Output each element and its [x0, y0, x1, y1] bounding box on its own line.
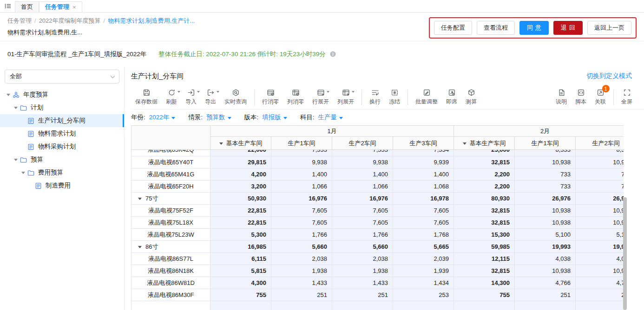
version-filter-value[interactable]: 填报版 — [262, 113, 287, 122]
value-cell[interactable]: 5,300 — [210, 229, 271, 241]
value-cell[interactable]: 10,938 — [576, 265, 624, 277]
value-cell[interactable]: 32,815 — [454, 156, 515, 168]
value-cell[interactable] — [576, 301, 624, 310]
toolbar-relation-button[interactable]: 1关联 — [591, 89, 610, 106]
value-cell[interactable]: 7,605 — [332, 205, 393, 217]
tree-item-4[interactable]: 物料采购计划 — [0, 140, 124, 153]
toolbar-col-zero-button[interactable]: 列消零 — [283, 89, 308, 106]
row-label-cell[interactable]: 75寸 — [131, 193, 210, 205]
tree-caret-icon[interactable] — [12, 107, 20, 109]
toolbar-note-button[interactable]: 说明 — [552, 89, 571, 106]
value-cell[interactable]: 7,605 — [393, 205, 454, 217]
tree-item-6[interactable]: 费用预算 — [0, 166, 124, 179]
scenario-filter-value[interactable]: 预算数 — [206, 113, 231, 122]
value-cell[interactable]: 16,978 — [393, 193, 454, 205]
value-cell[interactable]: 59,985 — [454, 241, 515, 253]
value-cell[interactable]: 10,938 — [576, 205, 624, 217]
view-flow-button[interactable]: 查看流程 — [477, 21, 515, 35]
value-cell[interactable]: 16,985 — [210, 241, 271, 253]
row-label-cell[interactable]: 液晶电视65K42Q — [131, 150, 210, 156]
value-cell[interactable]: 26,976 — [576, 193, 624, 205]
value-cell[interactable]: 1,068 — [393, 181, 454, 193]
value-cell[interactable]: 1,938 — [271, 265, 332, 277]
toolbar-refresh-button[interactable]: 刷新 — [162, 89, 181, 106]
row-label-cell[interactable]: 液晶电视86N18K — [131, 265, 210, 277]
tab-home[interactable]: 首页 — [15, 1, 39, 12]
tab-task-management[interactable]: 任务管理× — [39, 1, 82, 12]
value-cell[interactable]: 9,938 — [271, 156, 332, 168]
value-cell[interactable]: 1,939 — [393, 265, 454, 277]
value-cell[interactable]: 1,400 — [332, 168, 393, 181]
value-cell[interactable]: 251 — [332, 289, 393, 301]
value-cell[interactable]: 4,300 — [210, 277, 271, 289]
value-cell[interactable]: 4,038 — [576, 253, 624, 265]
tree-caret-icon[interactable] — [20, 172, 27, 174]
value-cell[interactable]: 1,066 — [332, 181, 393, 193]
row-label-cell[interactable]: 液晶电视86W81D — [131, 277, 210, 289]
column-header[interactable]: 生产1车间 — [515, 137, 576, 150]
row-label-cell[interactable] — [131, 301, 210, 310]
value-cell[interactable]: 755 — [210, 289, 271, 301]
column-header[interactable]: 生产2车间 — [332, 137, 393, 150]
value-cell[interactable]: 5,660 — [332, 241, 393, 253]
toolbar-save-button[interactable]: 保存数据 — [131, 89, 162, 106]
toolbar-script-button[interactable]: 脚本 — [571, 89, 591, 106]
value-cell[interactable]: 32,815 — [454, 205, 515, 217]
toolbar-row-zero-button[interactable]: 行消零 — [258, 89, 283, 106]
value-cell[interactable] — [393, 301, 454, 310]
value-cell[interactable]: 733 — [576, 181, 624, 193]
value-cell[interactable]: 1,400 — [393, 168, 454, 181]
tree-item-3[interactable]: 物料需求计划 — [0, 127, 124, 140]
value-cell[interactable]: 1,938 — [332, 265, 393, 277]
value-cell[interactable]: 8,333 — [576, 150, 624, 156]
row-label-cell[interactable]: 液晶电视86M30F — [131, 289, 210, 301]
column-header[interactable]: 生产2车间 — [576, 137, 624, 150]
breadcrumb-item[interactable]: 任务管理 — [7, 17, 32, 24]
value-cell[interactable]: 253 — [393, 289, 454, 301]
value-cell[interactable]: 32,815 — [454, 265, 515, 277]
value-cell[interactable]: 32,815 — [454, 217, 515, 229]
value-cell[interactable]: 10,938 — [576, 156, 624, 168]
value-cell[interactable]: 2,038 — [332, 253, 393, 265]
value-cell[interactable]: 2,200 — [454, 181, 515, 193]
value-cell[interactable]: 1,768 — [393, 229, 454, 241]
tree-item-1[interactable]: 计划 — [0, 101, 124, 114]
value-cell[interactable]: 7,333 — [332, 150, 393, 156]
toolbar-import-button[interactable]: 导入 — [181, 89, 201, 106]
task-config-button[interactable]: 任务配置 — [434, 21, 472, 35]
row-label-cell[interactable]: 液晶电视75F52F — [131, 205, 210, 217]
row-label-cell[interactable]: 液晶电视75L23W — [131, 229, 210, 241]
value-cell[interactable]: 26,976 — [515, 193, 576, 205]
account-filter-value[interactable]: 生产量 — [318, 113, 343, 122]
value-cell[interactable]: 7,605 — [332, 217, 393, 229]
value-cell[interactable]: 5,100 — [515, 229, 576, 241]
value-cell[interactable]: 4,038 — [515, 253, 576, 265]
value-cell[interactable]: 2,039 — [393, 253, 454, 265]
value-cell[interactable]: 733 — [576, 168, 624, 181]
toolbar-fullscreen-button[interactable]: 全屏 — [617, 89, 637, 106]
value-cell[interactable]: 2,200 — [454, 168, 515, 181]
value-cell[interactable]: 3,200 — [210, 181, 271, 193]
value-cell[interactable]: 12,115 — [454, 253, 515, 265]
tree-caret-icon[interactable] — [5, 94, 12, 96]
value-cell[interactable]: 14,300 — [454, 277, 515, 289]
value-cell[interactable]: 15,300 — [454, 229, 515, 241]
value-cell[interactable]: 8,333 — [515, 150, 576, 156]
value-cell[interactable]: 4,200 — [210, 168, 271, 181]
collapse-sidebar-icon[interactable] — [3, 1, 13, 11]
value-cell[interactable] — [515, 301, 576, 310]
value-cell[interactable]: 1,433 — [332, 277, 393, 289]
value-cell[interactable]: 19,993 — [576, 241, 624, 253]
value-cell[interactable]: 10,938 — [515, 265, 576, 277]
value-cell[interactable]: 9,938 — [332, 156, 393, 168]
value-cell[interactable]: 733 — [515, 181, 576, 193]
value-cell[interactable]: 251 — [271, 289, 332, 301]
tree-caret-icon[interactable] — [12, 159, 20, 161]
value-cell[interactable]: 251 — [576, 289, 624, 301]
column-header[interactable]: 生产1车间 — [271, 137, 332, 150]
column-header[interactable]: 生产3车间 — [393, 137, 454, 150]
value-cell[interactable]: 5,100 — [576, 229, 624, 241]
value-cell[interactable]: 1,766 — [332, 229, 393, 241]
value-cell[interactable] — [271, 301, 332, 310]
switch-mode-link[interactable]: 切换到定义模式 — [586, 72, 632, 80]
